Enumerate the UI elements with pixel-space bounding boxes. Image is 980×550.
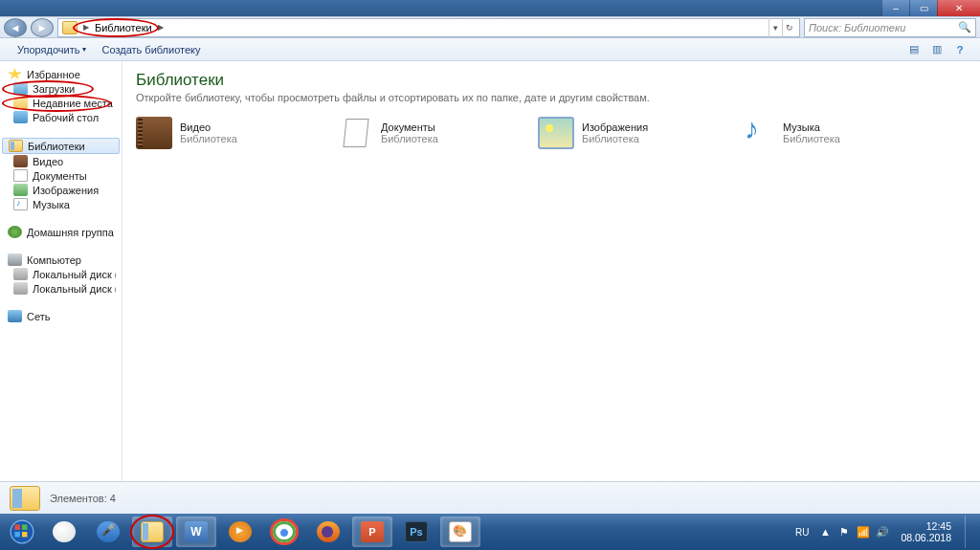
music-library-icon	[739, 117, 775, 149]
start-button[interactable]	[4, 517, 40, 547]
video-icon	[13, 155, 28, 167]
documents-icon	[13, 169, 28, 182]
view-mode-button[interactable]: ▤	[903, 41, 924, 58]
downloads-icon	[13, 82, 28, 95]
status-text: Элементов: 4	[50, 493, 116, 504]
chevron-down-icon: ▾	[82, 45, 86, 54]
volume-icon[interactable]: 🔊	[876, 525, 889, 539]
libraries-icon	[10, 486, 40, 511]
taskbar-yandex-browser[interactable]	[44, 517, 84, 547]
address-path-text: Библиотеки	[95, 22, 152, 33]
library-item-video[interactable]: Видео Библиотека	[136, 117, 299, 149]
close-button[interactable]: ✕	[937, 0, 980, 16]
clock[interactable]: 12:45 08.06.2018	[895, 520, 957, 543]
chevron-right-icon: ▶	[158, 23, 164, 32]
search-icon: 🔍	[958, 21, 971, 33]
desktop-icon	[13, 111, 28, 123]
library-item-documents[interactable]: Документы Библиотека	[337, 117, 500, 149]
refresh-button[interactable]: ↻	[782, 18, 795, 37]
taskbar-word[interactable]: W	[176, 517, 216, 547]
search-input[interactable]: Поиск: Библиотеки 🔍	[804, 18, 976, 37]
new-library-button[interactable]: Создать библиотеку	[94, 41, 208, 58]
libraries-icon	[62, 21, 78, 34]
paint-icon	[449, 521, 472, 542]
taskbar-chrome[interactable]	[264, 517, 304, 547]
microphone-icon	[97, 521, 120, 542]
sidebar-item-drive-d[interactable]: Локальный диск (D:)	[0, 281, 122, 296]
taskbar-photoshop[interactable]: Ps	[396, 517, 436, 547]
photoshop-icon: Ps	[405, 521, 428, 542]
sidebar-favorites-head[interactable]: Избранное	[0, 67, 122, 81]
sidebar-computer-head[interactable]: Компьютер	[0, 253, 122, 267]
sidebar-network-head[interactable]: Сеть	[0, 309, 122, 323]
media-player-icon	[229, 521, 252, 542]
svg-rect-2	[22, 524, 27, 529]
network-icon[interactable]: 📶	[857, 525, 870, 539]
forward-button[interactable]: ►	[31, 18, 54, 37]
sidebar-item-video[interactable]: Видео	[0, 154, 122, 168]
svg-rect-3	[14, 532, 19, 537]
taskbar: W P Ps RU ▲ ⚑ 📶 🔊 12:45 08.06.2018	[0, 514, 980, 550]
homegroup-icon	[8, 226, 22, 238]
content-pane: Библиотеки Откройте библиотеку, чтобы пр…	[122, 61, 980, 481]
title-bar: – ▭ ✕	[0, 0, 980, 16]
taskbar-paint[interactable]	[440, 517, 480, 547]
sidebar-homegroup-head[interactable]: Домашняя группа	[0, 225, 122, 239]
back-button[interactable]: ◄	[4, 18, 27, 37]
sidebar-item-downloads[interactable]: Загрузки	[0, 81, 122, 96]
powerpoint-icon: P	[361, 521, 384, 542]
yandex-icon	[53, 521, 76, 542]
minimize-button[interactable]: –	[881, 0, 909, 16]
organize-button[interactable]: Упорядочить▾	[10, 41, 94, 58]
taskbar-firefox[interactable]	[308, 517, 348, 547]
images-library-icon	[538, 117, 574, 149]
video-library-icon	[136, 117, 172, 149]
sidebar-item-documents[interactable]: Документы	[0, 168, 122, 183]
language-indicator[interactable]: RU	[791, 525, 813, 539]
word-icon: W	[185, 521, 208, 542]
show-desktop-button[interactable]	[965, 516, 974, 548]
library-item-music[interactable]: Музыка Библиотека	[739, 117, 902, 149]
drive-icon	[13, 268, 28, 280]
documents-library-icon	[337, 117, 373, 149]
star-icon	[8, 68, 22, 80]
search-placeholder: Поиск: Библиотеки	[809, 22, 905, 33]
address-bar: ◄ ► ▶ Библиотеки ▶ ▾ ↻ Поиск: Библиотеки…	[0, 16, 980, 38]
sidebar-item-drive-c[interactable]: Локальный диск (C:)	[0, 267, 122, 281]
sidebar-item-images[interactable]: Изображения	[0, 183, 122, 197]
tray-expand[interactable]: ▲	[818, 525, 832, 539]
taskbar-powerpoint[interactable]: P	[352, 517, 392, 547]
system-tray: RU ▲ ⚑ 📶 🔊 12:45 08.06.2018	[791, 516, 976, 548]
libraries-icon	[9, 140, 23, 152]
taskbar-voice[interactable]	[88, 517, 128, 547]
sidebar-item-recent[interactable]: Недавние места	[0, 96, 122, 110]
sidebar-item-music[interactable]: Музыка	[0, 197, 122, 211]
help-button[interactable]: ?	[949, 41, 970, 58]
library-item-images[interactable]: Изображения Библиотека	[538, 117, 701, 149]
network-icon	[8, 310, 22, 322]
svg-rect-1	[14, 524, 19, 529]
chevron-right-icon: ▶	[83, 23, 89, 32]
sidebar-libraries-head[interactable]: Библиотеки	[2, 138, 120, 154]
drive-icon	[13, 282, 28, 295]
address-dropdown[interactable]: ▾	[768, 18, 782, 37]
images-icon	[13, 184, 28, 196]
address-path[interactable]: ▶ Библиотеки ▶ ▾ ↻	[57, 18, 800, 37]
music-icon	[13, 198, 28, 210]
firefox-icon	[317, 521, 340, 542]
status-bar: Элементов: 4	[0, 481, 980, 514]
svg-rect-4	[22, 532, 27, 537]
page-subtitle: Откройте библиотеку, чтобы просмотреть ф…	[136, 92, 967, 103]
sidebar-item-desktop[interactable]: Рабочий стол	[0, 110, 122, 124]
navigation-sidebar: Избранное Загрузки Недавние места Рабочи…	[0, 61, 122, 481]
chrome-icon	[273, 521, 296, 542]
taskbar-wmp[interactable]	[220, 517, 260, 547]
computer-icon	[8, 253, 22, 266]
recent-icon	[13, 97, 28, 109]
maximize-button[interactable]: ▭	[909, 0, 937, 16]
toolbar: Упорядочить▾ Создать библиотеку ▤ ▥ ?	[0, 38, 980, 61]
action-center-icon[interactable]: ⚑	[837, 525, 851, 539]
explorer-icon	[141, 521, 164, 542]
preview-pane-button[interactable]: ▥	[926, 41, 947, 58]
taskbar-explorer[interactable]	[132, 517, 172, 547]
